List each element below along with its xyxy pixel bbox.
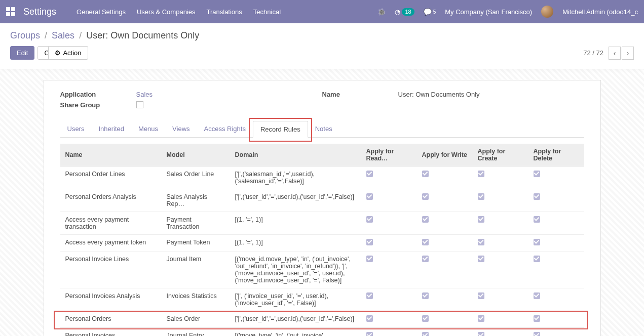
- cell-model: Invoices Statistics: [162, 288, 230, 311]
- menu-technical[interactable]: Technical: [253, 8, 281, 16]
- cell-read: [361, 328, 417, 337]
- label-share-group: Share Group: [60, 101, 136, 110]
- cell-read: [361, 311, 417, 328]
- messages-icon[interactable]: 5: [424, 8, 436, 16]
- messages-count: 5: [433, 9, 436, 15]
- cell-read: [361, 212, 417, 235]
- table-row[interactable]: Personal Orders AnalysisSales Analysis R…: [60, 189, 584, 212]
- cell-name: Personal Orders: [60, 311, 162, 328]
- cell-model: Sales Order Line: [162, 166, 230, 189]
- pager-next[interactable]: ›: [622, 47, 634, 60]
- menu-translations[interactable]: Translations: [207, 8, 242, 16]
- tab-menus[interactable]: Menus: [131, 121, 165, 137]
- tab-inherited[interactable]: Inherited: [91, 121, 131, 137]
- tabs: Users Inherited Menus Views Access Right…: [60, 121, 584, 138]
- breadcrumb-sales[interactable]: Sales: [52, 30, 74, 40]
- cell-domain: ['|',('user_id','=',user.id),('user_id',…: [230, 311, 361, 328]
- company-switcher[interactable]: My Company (San Francisco): [445, 8, 532, 16]
- cell-delete: [528, 166, 584, 189]
- label-application: Application: [60, 91, 136, 98]
- cell-create: [473, 166, 528, 189]
- cell-name: Personal Order Lines: [60, 166, 162, 189]
- cell-write: [417, 212, 473, 235]
- cell-name: Personal Invoices: [60, 328, 162, 337]
- cell-domain: [('move_type', 'in', ('out_invoice', 'ou…: [230, 328, 361, 337]
- cell-delete: [528, 212, 584, 235]
- cell-domain: ['|',('user_id','=',user.id),('user_id',…: [230, 189, 361, 212]
- cell-model: Sales Order: [162, 311, 230, 328]
- cell-domain: ['|',('salesman_id','=',user.id),('sales…: [230, 166, 361, 189]
- apps-icon[interactable]: [6, 7, 15, 16]
- col-delete[interactable]: Apply for Delete: [528, 144, 584, 166]
- col-read[interactable]: Apply for Read…: [361, 144, 417, 166]
- user-menu[interactable]: Mitchell Admin (odoo14_c: [562, 8, 638, 16]
- cell-create: [473, 288, 528, 311]
- cell-delete: [528, 251, 584, 288]
- table-row[interactable]: Personal Order LinesSales Order Line['|'…: [60, 166, 584, 189]
- col-create[interactable]: Apply for Create: [473, 144, 528, 166]
- tab-record-rules[interactable]: Record Rules: [253, 121, 308, 138]
- cell-model: Journal Entry: [162, 328, 230, 337]
- cell-read: [361, 288, 417, 311]
- cell-name: Personal Invoice Lines: [60, 251, 162, 288]
- cell-write: [417, 288, 473, 311]
- cell-create: [473, 212, 528, 235]
- table-row[interactable]: Personal Invoice LinesJournal Item[('mov…: [60, 251, 584, 288]
- cell-create: [473, 235, 528, 251]
- breadcrumb: Groups / Sales / User: Own Documents Onl…: [10, 30, 634, 41]
- col-domain[interactable]: Domain: [230, 144, 361, 166]
- cell-model: Journal Item: [162, 251, 230, 288]
- breadcrumb-groups[interactable]: Groups: [10, 30, 40, 40]
- table-row[interactable]: Personal Invoices AnalysisInvoices Stati…: [60, 288, 584, 311]
- table-row[interactable]: Access every payment tokenPayment Token[…: [60, 235, 584, 251]
- activities-icon[interactable]: 18: [395, 8, 414, 16]
- cell-write: [417, 328, 473, 337]
- record-rules-table: Name Model Domain Apply for Read… Apply …: [60, 144, 584, 336]
- checkbox-share-group: [136, 101, 143, 108]
- tab-views[interactable]: Views: [165, 121, 197, 137]
- top-navbar: Settings General Settings Users & Compan…: [0, 0, 644, 23]
- tab-users[interactable]: Users: [60, 121, 92, 137]
- tab-notes[interactable]: Notes: [308, 121, 339, 137]
- pager-prev[interactable]: ‹: [609, 47, 621, 60]
- debug-icon[interactable]: [377, 8, 386, 16]
- table-row[interactable]: Personal OrdersSales Order['|',('user_id…: [60, 311, 584, 328]
- cell-create: [473, 251, 528, 288]
- cell-domain: [('move_id.move_type', 'in', ('out_invoi…: [230, 251, 361, 288]
- cell-name: Personal Invoices Analysis: [60, 288, 162, 311]
- cell-create: [473, 311, 528, 328]
- col-name[interactable]: Name: [60, 144, 162, 166]
- cell-write: [417, 235, 473, 251]
- cell-delete: [528, 328, 584, 337]
- avatar[interactable]: [541, 6, 553, 18]
- action-button[interactable]: Action: [48, 46, 88, 60]
- cell-read: [361, 235, 417, 251]
- control-panel: Groups / Sales / User: Own Documents Onl…: [0, 23, 644, 64]
- cell-write: [417, 189, 473, 212]
- field-name: User: Own Documents Only: [398, 91, 584, 98]
- table-row[interactable]: Access every payment transactionPayment …: [60, 212, 584, 235]
- cell-domain: ['|', ('invoice_user_id', '=', user.id),…: [230, 288, 361, 311]
- gear-icon: [55, 49, 63, 57]
- cell-read: [361, 166, 417, 189]
- cell-name: Personal Orders Analysis: [60, 189, 162, 212]
- col-write[interactable]: Apply for Write: [417, 144, 473, 166]
- col-model[interactable]: Model: [162, 144, 230, 166]
- cell-model: Payment Token: [162, 235, 230, 251]
- field-application[interactable]: Sales: [136, 91, 322, 98]
- cell-delete: [528, 235, 584, 251]
- edit-button[interactable]: Edit: [10, 46, 34, 60]
- pager-text: 72 / 72: [583, 49, 603, 57]
- activities-badge: 18: [402, 8, 414, 16]
- tab-access-rights[interactable]: Access Rights: [197, 121, 253, 137]
- menu-general-settings[interactable]: General Settings: [77, 8, 126, 16]
- cell-write: [417, 251, 473, 288]
- table-row[interactable]: Personal InvoicesJournal Entry[('move_ty…: [60, 328, 584, 337]
- cell-domain: [(1, '=', 1)]: [230, 235, 361, 251]
- label-name: Name: [322, 91, 398, 98]
- cell-create: [473, 328, 528, 337]
- menu-users-companies[interactable]: Users & Companies: [137, 8, 196, 16]
- cell-delete: [528, 311, 584, 328]
- cell-domain: [(1, '=', 1)]: [230, 212, 361, 235]
- top-menu: General Settings Users & Companies Trans…: [77, 8, 281, 16]
